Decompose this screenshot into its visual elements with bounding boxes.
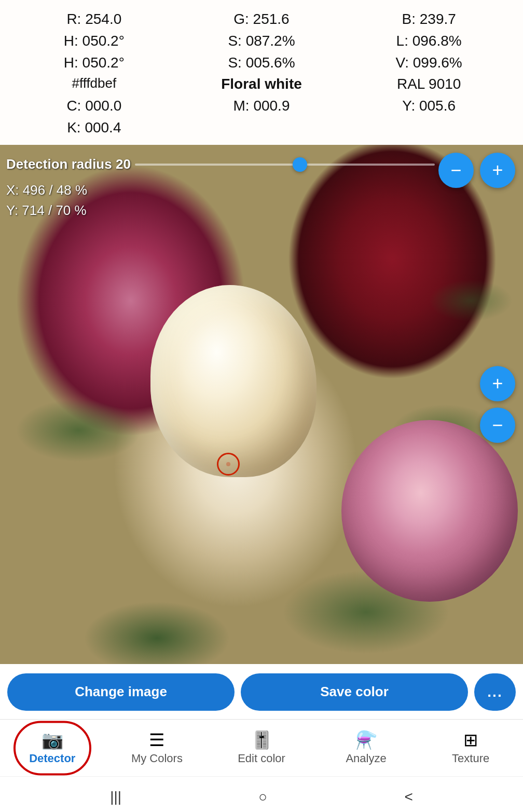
detection-circle: [217, 453, 240, 476]
nav-item-editcolor[interactable]: 🎚️ Edit color: [209, 731, 314, 765]
detection-radius-slider[interactable]: [135, 159, 435, 170]
ral-value: RAL 9010: [345, 74, 513, 94]
analyze-label: Analyze: [346, 752, 386, 765]
y-coord: Y: 714 / 70 %: [6, 200, 87, 221]
r-value: R: 254.0: [10, 9, 178, 29]
save-color-button[interactable]: Save color: [241, 673, 468, 711]
c-value: C: 000.0: [10, 96, 178, 116]
action-buttons-bar: Change image Save color ...: [0, 664, 523, 719]
flask-icon: ⚗️: [355, 731, 377, 749]
android-nav-bar: ||| ○ <: [0, 776, 523, 812]
camera-view[interactable]: Detection radius 20 X: 496 / 48 % Y: 714…: [0, 145, 523, 664]
more-options-button[interactable]: ...: [474, 673, 516, 711]
b-value: B: 239.7: [345, 9, 513, 29]
h2-value: H: 050.2°: [10, 53, 178, 73]
coordinates-label: X: 496 / 48 % Y: 714 / 70 %: [6, 180, 87, 221]
y-value: Y: 005.6: [345, 96, 513, 116]
nav-item-analyze[interactable]: ⚗️ Analyze: [314, 731, 419, 765]
android-recent-button[interactable]: |||: [110, 789, 121, 805]
nav-item-mycolors[interactable]: ☰ My Colors: [105, 731, 210, 765]
zoom-buttons-top: − +: [438, 153, 515, 188]
change-image-button[interactable]: Change image: [7, 673, 235, 711]
v-value: V: 099.6%: [345, 53, 513, 73]
detector-label: Detector: [29, 752, 75, 765]
k-value: K: 000.4: [10, 118, 178, 138]
zoom-buttons-right: + −: [480, 366, 515, 443]
s1-value: S: 087.2%: [178, 31, 346, 51]
sliders-icon: 🎚️: [251, 731, 272, 749]
android-back-button[interactable]: <: [404, 789, 412, 805]
zoom-minus-top-button[interactable]: −: [438, 153, 474, 188]
editcolor-label: Edit color: [238, 752, 285, 765]
hex-value: #fffdbef: [10, 74, 178, 94]
texture-label: Texture: [452, 752, 489, 765]
m-value: M: 000.9: [178, 96, 346, 116]
bottom-navigation: 📷 Detector ☰ My Colors 🎚️ Edit color ⚗️ …: [0, 719, 523, 776]
nav-item-detector[interactable]: 📷 Detector: [0, 731, 105, 765]
nav-item-texture[interactable]: ⊞ Texture: [418, 731, 523, 765]
color-info-header: R: 254.0 G: 251.6 B: 239.7 H: 050.2° S: …: [0, 0, 523, 145]
slider-track: [135, 164, 435, 166]
slider-thumb[interactable]: [293, 157, 307, 172]
s2-value: S: 005.6%: [178, 53, 346, 73]
camera-icon: 📷: [42, 731, 63, 749]
color-name: Floral white: [178, 74, 346, 94]
x-coord: X: 496 / 48 %: [6, 180, 87, 200]
android-home-button[interactable]: ○: [258, 789, 267, 805]
detection-radius-label: Detection radius 20: [6, 156, 131, 172]
l-value: L: 096.8%: [345, 31, 513, 51]
zoom-plus-top-button[interactable]: +: [480, 153, 515, 188]
zoom-plus-right-button[interactable]: +: [480, 366, 515, 401]
zoom-minus-right-button[interactable]: −: [480, 408, 515, 443]
mycolors-label: My Colors: [131, 752, 183, 765]
texture-icon: ⊞: [463, 731, 478, 749]
h1-value: H: 050.2°: [10, 31, 178, 51]
list-icon: ☰: [149, 731, 164, 749]
pink-rose-bottomright: [341, 420, 518, 602]
g-value: G: 251.6: [178, 9, 346, 29]
